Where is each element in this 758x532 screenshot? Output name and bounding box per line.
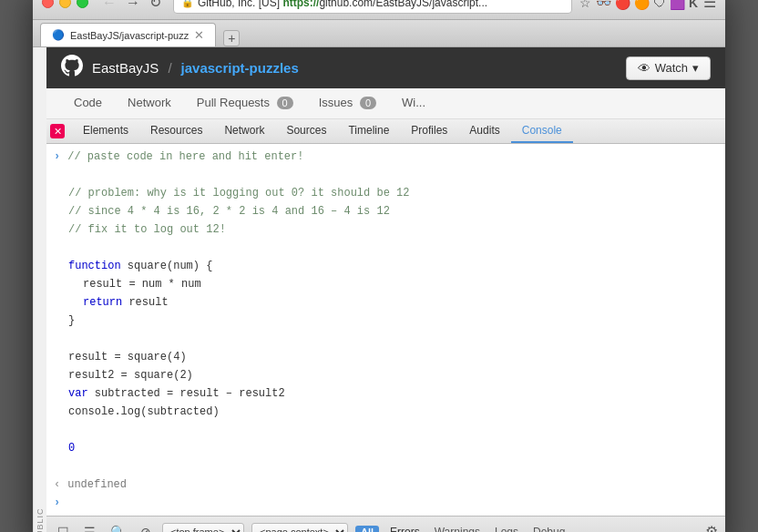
console-line-undefined: ‹ undefined xyxy=(46,476,725,494)
console-panel: › // paste code in here and hit enter! /… xyxy=(46,144,725,516)
devtools-tab-console[interactable]: Console xyxy=(511,119,573,143)
devtools-tab-timeline[interactable]: Timeline xyxy=(337,119,400,143)
console-return: return result xyxy=(68,294,169,311)
minimize-button[interactable] xyxy=(59,0,71,8)
console-line-result-assign: result = num * num xyxy=(46,275,725,293)
address-url: github.com/EastBayJS/javascript... xyxy=(319,0,487,9)
console-line-result-sq4: result = square(4) xyxy=(46,348,725,366)
console-chevron-undefined: ‹ xyxy=(54,476,60,493)
watch-button[interactable]: 👁 Watch ▾ xyxy=(626,56,711,80)
github-content: PUBLIC EastBayJS / javascript-puzzles 👁 … xyxy=(33,47,725,532)
devtools-tab-resources[interactable]: Resources xyxy=(139,119,213,143)
inspect-element-button[interactable]: ☐ xyxy=(54,523,73,533)
github-header-section: PUBLIC EastBayJS / javascript-puzzles 👁 … xyxy=(33,47,725,532)
forward-button[interactable]: → xyxy=(121,0,145,13)
errors-filter[interactable]: Errors xyxy=(386,524,424,533)
console-line-blank4 xyxy=(46,421,725,439)
menu-icon[interactable]: ☰ xyxy=(703,0,716,11)
tab-close-button[interactable]: ✕ xyxy=(194,28,204,42)
console-line-log: console.log(subtracted) xyxy=(46,403,725,421)
devtools-tab-profiles[interactable]: Profiles xyxy=(400,119,458,143)
devtools-bottom-toolbar: ☐ ☰ 🔍 ⊘ <top frame> <page context> All E… xyxy=(46,516,725,532)
repo-nav: Code Network Pull Requests 0 Issues 0 Wi… xyxy=(46,88,725,119)
search-button[interactable]: 🔍 xyxy=(107,523,129,533)
maximize-button[interactable] xyxy=(77,0,88,8)
pr-badge: 0 xyxy=(277,97,293,109)
debug-filter[interactable]: Debug xyxy=(529,524,568,533)
console-line-fn-decl: function square(num) { xyxy=(46,257,725,275)
repo-nav-network[interactable]: Network xyxy=(115,88,184,118)
extension-icon-5[interactable]: K xyxy=(689,0,698,10)
repo-nav-wiki[interactable]: Wi... xyxy=(389,88,438,118)
new-tab-button[interactable]: + xyxy=(223,30,240,46)
console-prompt-symbol: › xyxy=(54,148,60,165)
back-button[interactable]: ← xyxy=(97,0,121,13)
lock-icon: 🔒 xyxy=(181,0,194,8)
console-line-blank5 xyxy=(46,457,725,476)
console-input-line[interactable]: › xyxy=(46,494,725,512)
settings-gear-button[interactable]: ⚙ xyxy=(705,523,718,532)
public-label: PUBLIC xyxy=(33,47,46,532)
console-line-close-brace: } xyxy=(46,312,725,330)
devtools-tab-sources[interactable]: Sources xyxy=(275,119,337,143)
console-log: console.log(subtracted) xyxy=(68,404,220,420)
console-line-output-0: 0 xyxy=(46,439,725,457)
extension-icon-1[interactable]: 🔴 xyxy=(615,0,630,10)
issues-badge: 0 xyxy=(360,97,376,109)
address-display: GitHub, Inc. [US] xyxy=(198,0,280,9)
console-result-assign: result = num * num xyxy=(68,276,201,292)
console-line-comment3: // fix it to log out 12! xyxy=(46,220,725,239)
frame-select[interactable]: <top frame> xyxy=(162,523,244,533)
traffic-lights xyxy=(42,0,88,8)
console-output-zero: 0 xyxy=(68,440,75,456)
console-comment-1: // problem: why is it logging out 0? it … xyxy=(68,185,409,201)
github-main-content: EastBayJS / javascript-puzzles 👁 Watch ▾… xyxy=(46,47,725,532)
address-bar[interactable]: 🔒 GitHub, Inc. [US] https:// github.com/… xyxy=(173,0,572,14)
repo-nav-pull-requests[interactable]: Pull Requests 0 xyxy=(184,88,306,118)
tab-bar: 🔵 EastBayJS/javascript-puzz ✕ + xyxy=(33,20,725,47)
console-line-blank1 xyxy=(46,166,725,184)
console-line-comment1: // problem: why is it logging out 0? it … xyxy=(46,184,725,202)
eyeglasses-icon[interactable]: 👓 xyxy=(596,0,611,10)
github-separator: / xyxy=(168,60,171,76)
console-line-blank3 xyxy=(46,330,725,348)
all-filter-badge[interactable]: All xyxy=(355,526,379,533)
github-org: EastBayJS xyxy=(92,60,159,76)
console-comment-2: // since 4 * 4 is 16, 2 * 2 is 4 and 16 … xyxy=(68,203,390,220)
console-result2-sq2: result2 = square(2) xyxy=(68,367,193,384)
browser-tab[interactable]: 🔵 EastBayJS/javascript-puzz ✕ xyxy=(40,23,216,46)
devtools-tab-elements[interactable]: Elements xyxy=(72,119,139,143)
devtools-tab-network[interactable]: Network xyxy=(213,119,275,143)
address-https: https:// xyxy=(282,0,319,9)
eye-icon: 👁 xyxy=(638,61,650,76)
tab-icon: 🔵 xyxy=(52,29,65,41)
console-var-subtracted: var subtracted = result – result2 xyxy=(68,385,285,402)
repo-nav-issues[interactable]: Issues 0 xyxy=(306,88,389,118)
console-line-var-subtracted: var subtracted = result – result2 xyxy=(46,384,725,403)
watch-dropdown-icon: ▾ xyxy=(692,61,699,75)
bookmark-icon[interactable]: ☆ xyxy=(579,0,591,10)
block-button[interactable]: ⊘ xyxy=(137,523,155,533)
repo-nav-code[interactable]: Code xyxy=(61,88,115,118)
extension-icon-3[interactable]: 🛡 xyxy=(653,0,666,10)
context-select[interactable]: <page context> xyxy=(251,523,348,533)
console-line-comment2: // since 4 * 4 is 16, 2 * 2 is 4 and 16 … xyxy=(46,202,725,220)
console-comment-3: // fix it to log out 12! xyxy=(68,221,226,238)
github-repo: javascript-puzzles xyxy=(181,60,299,76)
tab-title: EastBayJS/javascript-puzz xyxy=(70,30,189,41)
logs-filter[interactable]: Logs xyxy=(491,524,522,533)
console-input[interactable] xyxy=(67,495,718,507)
title-bar: ← → ↻ 🔒 GitHub, Inc. [US] https:// githu… xyxy=(33,0,725,20)
console-line-return: return result xyxy=(46,293,725,312)
extension-icon-4[interactable]: 🟪 xyxy=(670,0,685,10)
devtools-close-button[interactable]: ✕ xyxy=(50,124,65,138)
devtools-tab-audits[interactable]: Audits xyxy=(458,119,510,143)
console-paste-comment: // paste code in here and hit enter! xyxy=(67,148,303,165)
close-button[interactable] xyxy=(42,0,54,8)
warnings-filter[interactable]: Warnings xyxy=(431,524,484,533)
console-undefined-text: undefined xyxy=(67,476,127,493)
refresh-button[interactable]: ↻ xyxy=(145,0,166,13)
console-line-blank2 xyxy=(46,239,725,257)
extension-icon-2[interactable]: 🟠 xyxy=(634,0,650,10)
console-toggle-button[interactable]: ☰ xyxy=(80,523,99,533)
